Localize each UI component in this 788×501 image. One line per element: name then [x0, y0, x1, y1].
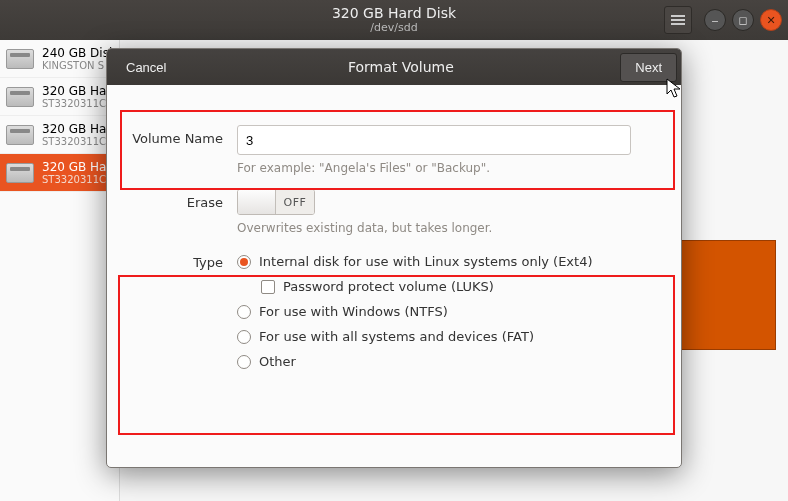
- disk-sidebar: 240 GB Disk KINGSTON S 320 GB Hard ST332…: [0, 40, 120, 501]
- option-label: For use with Windows (NTFS): [259, 304, 448, 319]
- option-label: Internal disk for use with Linux systems…: [259, 254, 593, 269]
- radio-icon: [237, 330, 251, 344]
- radio-icon: [237, 355, 251, 369]
- disk-icon: [6, 163, 34, 183]
- cancel-button[interactable]: Cancel: [111, 53, 181, 82]
- window-title: 320 GB Hard Disk: [332, 6, 456, 21]
- erase-label: Erase: [127, 189, 237, 210]
- type-row: Type Internal disk for use with Linux sy…: [107, 249, 681, 374]
- erase-row: Erase OFF Overwrites existing data, but …: [107, 189, 681, 235]
- option-label: For use with all systems and devices (FA…: [259, 329, 534, 344]
- checkbox-icon: [261, 280, 275, 294]
- disk-subtitle: ST3320311C: [42, 98, 113, 109]
- type-option-fat[interactable]: For use with all systems and devices (FA…: [237, 324, 661, 349]
- disk-list-item[interactable]: 320 GB Hard ST3320311C: [0, 78, 119, 116]
- maximize-button[interactable]: ◻: [732, 9, 754, 31]
- erase-hint: Overwrites existing data, but takes long…: [237, 221, 661, 235]
- disk-subtitle: ST3320311C: [42, 174, 113, 185]
- minimize-button[interactable]: ‒: [704, 9, 726, 31]
- hamburger-menu-button[interactable]: [664, 6, 692, 34]
- disk-title: 320 GB Hard: [42, 122, 113, 136]
- volume-name-row: Volume Name For example: "Angela's Files…: [107, 125, 681, 175]
- dialog-title: Format Volume: [181, 59, 620, 75]
- toggle-knob: [238, 190, 276, 214]
- type-option-luks[interactable]: Password protect volume (LUKS): [237, 274, 661, 299]
- type-option-other[interactable]: Other: [237, 349, 661, 374]
- disk-title: 240 GB Disk: [42, 46, 113, 60]
- dialog-header: Cancel Format Volume Next: [107, 49, 681, 85]
- type-option-ntfs[interactable]: For use with Windows (NTFS): [237, 299, 661, 324]
- window-subtitle: /dev/sdd: [332, 22, 456, 34]
- titlebar: 320 GB Hard Disk /dev/sdd ‒ ◻ ✕: [0, 0, 788, 40]
- toggle-state: OFF: [276, 190, 314, 214]
- volume-name-label: Volume Name: [127, 125, 237, 146]
- disk-title: 320 GB Hard: [42, 84, 113, 98]
- volume-name-input[interactable]: [237, 125, 631, 155]
- close-button[interactable]: ✕: [760, 9, 782, 31]
- format-volume-dialog: Cancel Format Volume Next Volume Name Fo…: [106, 48, 682, 468]
- type-label: Type: [127, 249, 237, 270]
- disk-list-item[interactable]: 320 GB Hard ST3320311C: [0, 116, 119, 154]
- next-button[interactable]: Next: [620, 53, 677, 82]
- disk-list-item[interactable]: 320 GB Hard ST3320311C: [0, 154, 119, 192]
- option-label: Password protect volume (LUKS): [283, 279, 494, 294]
- option-label: Other: [259, 354, 296, 369]
- disk-subtitle: ST3320311C: [42, 136, 113, 147]
- disk-title: 320 GB Hard: [42, 160, 113, 174]
- disk-icon: [6, 87, 34, 107]
- disk-icon: [6, 125, 34, 145]
- radio-icon: [237, 255, 251, 269]
- disk-list-item[interactable]: 240 GB Disk KINGSTON S: [0, 40, 119, 78]
- erase-toggle[interactable]: OFF: [237, 189, 315, 215]
- disk-icon: [6, 49, 34, 69]
- hamburger-icon: [671, 15, 685, 25]
- volume-name-hint: For example: "Angela's Files" or "Backup…: [237, 161, 631, 175]
- radio-icon: [237, 305, 251, 319]
- disk-subtitle: KINGSTON S: [42, 60, 113, 71]
- type-option-ext4[interactable]: Internal disk for use with Linux systems…: [237, 249, 661, 274]
